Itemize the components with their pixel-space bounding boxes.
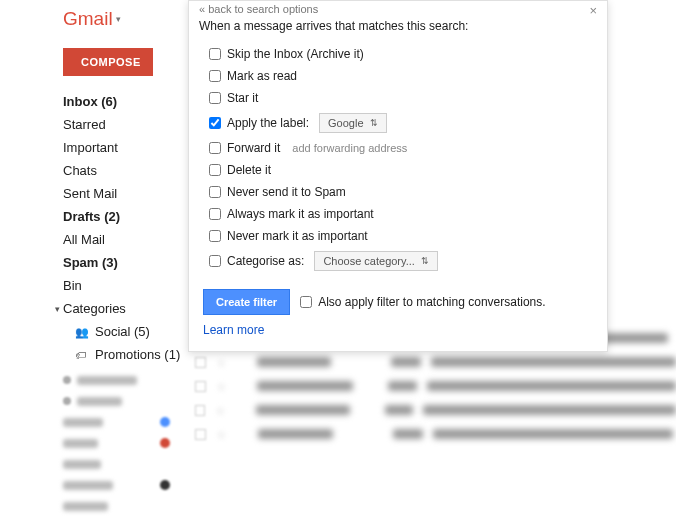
label-select-value: Google xyxy=(328,117,363,129)
logo-text: Gmail xyxy=(63,8,113,30)
message-row: ☆ xyxy=(195,422,676,446)
option-always-important: Always mark it as important xyxy=(199,203,597,225)
option-never-important: Never mark it as important xyxy=(199,225,597,247)
caret-down-icon: ▾ xyxy=(116,14,121,24)
tag-icon: 🏷 xyxy=(75,349,89,361)
option-mark-read: Mark as read xyxy=(199,65,597,87)
checkbox-never-important[interactable] xyxy=(209,230,221,242)
label-star: Star it xyxy=(227,91,258,105)
nav-blurred-item xyxy=(63,436,190,450)
checkbox-forward[interactable] xyxy=(209,142,221,154)
add-forwarding-link[interactable]: add forwarding address xyxy=(292,142,407,154)
option-apply-label: Apply the label: Google ⇅ xyxy=(199,109,597,137)
label-skip: Skip the Inbox (Archive it) xyxy=(227,47,364,61)
label-apply: Apply the label: xyxy=(227,116,309,130)
checkbox-star[interactable] xyxy=(209,92,221,104)
label-alwaysimportant: Always mark it as important xyxy=(227,207,374,221)
nav-important[interactable]: Important xyxy=(55,136,190,159)
nav-blurred-item xyxy=(63,373,190,387)
checkbox-skip-inbox[interactable] xyxy=(209,48,221,60)
checkbox-mark-read[interactable] xyxy=(209,70,221,82)
checkbox-also-apply[interactable] xyxy=(300,296,312,308)
option-forward: Forward it add forwarding address xyxy=(199,137,597,159)
label-markread: Mark as read xyxy=(227,69,297,83)
nav-sent[interactable]: Sent Mail xyxy=(55,182,190,205)
label-categorise: Categorise as: xyxy=(227,254,304,268)
label-neverimportant: Never mark it as important xyxy=(227,229,368,243)
caret-icon: ▾ xyxy=(55,304,60,314)
nav-inbox[interactable]: Inbox (6) xyxy=(55,90,190,113)
label-alsoapply: Also apply filter to matching conversati… xyxy=(318,295,545,309)
filter-dialog: « back to search options × When a messag… xyxy=(188,0,608,352)
categories-label: Categories xyxy=(63,301,126,316)
nav-blurred-item xyxy=(63,478,190,492)
checkbox-categorise[interactable] xyxy=(209,255,221,267)
category-select[interactable]: Choose category... ⇅ xyxy=(314,251,438,271)
compose-button[interactable]: COMPOSE xyxy=(63,48,153,76)
message-row: ☆ xyxy=(195,374,676,398)
category-select-value: Choose category... xyxy=(323,255,415,267)
nav-blurred-item xyxy=(63,499,190,513)
nav-chats[interactable]: Chats xyxy=(55,159,190,182)
label-neverspam: Never send it to Spam xyxy=(227,185,346,199)
create-filter-button[interactable]: Create filter xyxy=(203,289,290,315)
back-link[interactable]: « back to search options xyxy=(199,1,318,19)
label-delete: Delete it xyxy=(227,163,271,177)
nav-all-mail[interactable]: All Mail xyxy=(55,228,190,251)
message-row: ☆ xyxy=(195,350,676,374)
checkbox-never-spam[interactable] xyxy=(209,186,221,198)
nav-categories[interactable]: ▾ Categories xyxy=(55,297,190,320)
checkbox-apply-label[interactable] xyxy=(209,117,221,129)
label-forward: Forward it xyxy=(227,141,280,155)
nav-blurred-item xyxy=(63,457,190,471)
gmail-logo[interactable]: Gmail ▾ xyxy=(63,8,190,30)
nav-blurred-item xyxy=(63,415,190,429)
checkbox-always-important[interactable] xyxy=(209,208,221,220)
nav-promotions[interactable]: 🏷 Promotions (1) xyxy=(55,343,190,366)
nav-blurred-item xyxy=(63,394,190,408)
nav-drafts[interactable]: Drafts (2) xyxy=(55,205,190,228)
option-skip-inbox: Skip the Inbox (Archive it) xyxy=(199,43,597,65)
option-star: Star it xyxy=(199,87,597,109)
sidebar: Gmail ▾ COMPOSE Inbox (6) Starred Import… xyxy=(55,8,190,516)
nav-social[interactable]: 👥 Social (5) xyxy=(55,320,190,343)
nav-bin[interactable]: Bin xyxy=(55,274,190,297)
promotions-label: Promotions (1) xyxy=(95,347,180,362)
message-row: ☆ xyxy=(195,398,676,422)
close-icon[interactable]: × xyxy=(589,3,597,18)
dialog-footer: Create filter Also apply filter to match… xyxy=(199,289,597,315)
label-select[interactable]: Google ⇅ xyxy=(319,113,386,133)
people-icon: 👥 xyxy=(75,326,89,338)
nav-spam[interactable]: Spam (3) xyxy=(55,251,190,274)
checkbox-delete[interactable] xyxy=(209,164,221,176)
updown-icon: ⇅ xyxy=(370,118,378,128)
social-label: Social (5) xyxy=(95,324,150,339)
updown-icon: ⇅ xyxy=(421,256,429,266)
option-delete: Delete it xyxy=(199,159,597,181)
learn-more-link[interactable]: Learn more xyxy=(203,323,597,337)
option-never-spam: Never send it to Spam xyxy=(199,181,597,203)
option-categorise: Categorise as: Choose category... ⇅ xyxy=(199,247,597,275)
nav-starred[interactable]: Starred xyxy=(55,113,190,136)
dialog-description: When a message arrives that matches this… xyxy=(199,19,597,33)
